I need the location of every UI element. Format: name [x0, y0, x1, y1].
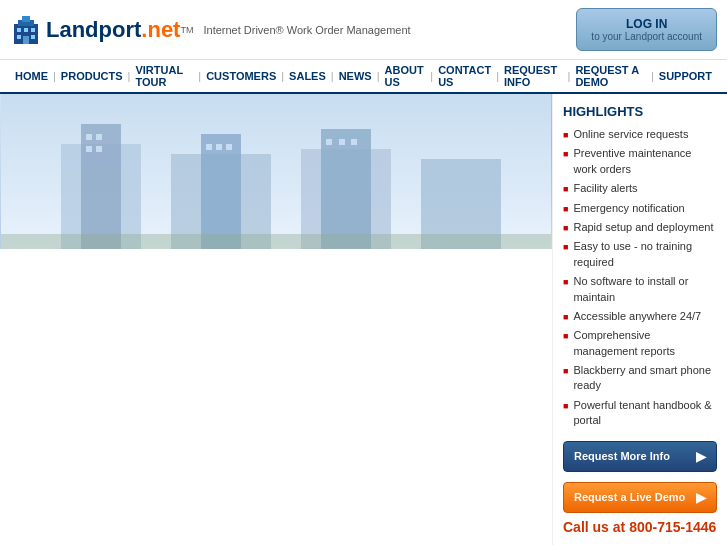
svg-rect-20: [96, 146, 102, 152]
svg-rect-13: [201, 134, 241, 249]
highlight-bullet: ■: [563, 183, 568, 196]
highlight-bullet: ■: [563, 203, 568, 216]
request-demo-arrow: ▶: [696, 490, 706, 505]
request-demo-button[interactable]: Request a Live Demo ▶: [563, 482, 717, 513]
nav-item-contact-us[interactable]: CONTACT US: [433, 64, 496, 88]
highlight-item: ■Powerful tenant handbook & portal: [563, 398, 717, 429]
highlight-bullet: ■: [563, 148, 568, 161]
svg-rect-25: [339, 139, 345, 145]
navbar: HOME | PRODUCTS | VIRTUAL TOUR | CUSTOME…: [0, 60, 727, 94]
highlight-item: ■Blackberry and smart phone ready: [563, 363, 717, 394]
request-info-button[interactable]: Request More Info ▶: [563, 441, 717, 472]
highlight-text: Comprehensive management reports: [573, 328, 717, 359]
highlight-item: ■Preventive maintenance work orders: [563, 146, 717, 177]
highlight-text: Preventive maintenance work orders: [573, 146, 717, 177]
nav-item-products[interactable]: PRODUCTS: [56, 70, 128, 82]
svg-rect-26: [351, 139, 357, 145]
logo-area: Landport.netTM Internet Driven® Work Ord…: [10, 14, 576, 46]
svg-rect-4: [24, 28, 28, 32]
highlight-bullet: ■: [563, 400, 568, 413]
svg-rect-3: [17, 28, 21, 32]
logo-tm: TM: [180, 25, 193, 35]
highlight-item: ■Rapid setup and deployment: [563, 220, 717, 235]
highlight-bullet: ■: [563, 241, 568, 254]
svg-rect-6: [17, 35, 21, 39]
highlight-item: ■Facility alerts: [563, 181, 717, 196]
highlight-text: Rapid setup and deployment: [573, 220, 713, 235]
right-panel: HIGHLIGHTS ■Online service requests■Prev…: [552, 94, 727, 545]
nav-item-customers[interactable]: CUSTOMERS: [201, 70, 281, 82]
highlight-text: Online service requests: [573, 127, 688, 142]
highlight-bullet: ■: [563, 276, 568, 289]
highlight-bullet: ■: [563, 365, 568, 378]
nav-item-request-a-demo[interactable]: REQUEST A DEMO: [570, 64, 651, 88]
highlight-text: Facility alerts: [573, 181, 637, 196]
highlight-text: Powerful tenant handbook & portal: [573, 398, 717, 429]
svg-rect-8: [23, 36, 29, 44]
login-button[interactable]: LOG IN to your Landport account: [576, 8, 717, 51]
logo-icon: [10, 14, 42, 46]
highlight-text: Easy to use - no training required: [573, 239, 717, 270]
logo-net-text: .net: [141, 17, 180, 43]
svg-rect-15: [321, 129, 371, 249]
highlight-text: Accessible anywhere 24/7: [573, 309, 701, 324]
nav-item-request-info[interactable]: REQUEST INFO: [499, 64, 568, 88]
svg-rect-2: [22, 16, 30, 22]
nav-item-news[interactable]: NEWS: [334, 70, 377, 82]
request-demo-label: Request a Live Demo: [574, 491, 685, 503]
call-number: Call us at 800-715-1446: [563, 519, 717, 535]
svg-rect-19: [86, 146, 92, 152]
hero-image: [0, 94, 552, 249]
svg-rect-7: [31, 35, 35, 39]
login-line2: to your Landport account: [591, 31, 702, 42]
highlight-item: ■Easy to use - no training required: [563, 239, 717, 270]
highlight-bullet: ■: [563, 330, 568, 343]
logo-main-text: Landport: [46, 17, 141, 43]
highlight-text: Emergency notification: [573, 201, 684, 216]
svg-rect-21: [206, 144, 212, 150]
highlight-item: ■Emergency notification: [563, 201, 717, 216]
request-info-label: Request More Info: [574, 450, 670, 462]
highlight-item: ■No software to install or maintain: [563, 274, 717, 305]
svg-rect-11: [81, 124, 121, 249]
nav-item-sales[interactable]: SALES: [284, 70, 331, 82]
highlight-item: ■Accessible anywhere 24/7: [563, 309, 717, 324]
svg-rect-24: [326, 139, 332, 145]
tagline: Internet Driven® Work Order Management: [203, 24, 410, 36]
highlight-item: ■Comprehensive management reports: [563, 328, 717, 359]
request-info-arrow: ▶: [696, 449, 706, 464]
top-area: HIGHLIGHTS ■Online service requests■Prev…: [0, 94, 727, 545]
svg-rect-23: [226, 144, 232, 150]
highlight-item: ■Online service requests: [563, 127, 717, 142]
highlight-list: ■Online service requests■Preventive main…: [563, 127, 717, 429]
svg-rect-27: [1, 234, 551, 249]
nav-item-support[interactable]: SUPPORT: [654, 70, 717, 82]
header: Landport.netTM Internet Driven® Work Ord…: [0, 0, 727, 60]
call-section: Call us at 800-715-1446: [563, 519, 717, 535]
highlight-bullet: ■: [563, 129, 568, 142]
nav-item-home[interactable]: HOME: [10, 70, 53, 82]
nav-item-about-us[interactable]: ABOUT US: [380, 64, 431, 88]
svg-rect-22: [216, 144, 222, 150]
highlight-text: No software to install or maintain: [573, 274, 717, 305]
svg-rect-5: [31, 28, 35, 32]
highlight-bullet: ■: [563, 222, 568, 235]
highlight-text: Blackberry and smart phone ready: [573, 363, 717, 394]
svg-rect-17: [86, 134, 92, 140]
highlights-title: HIGHLIGHTS: [563, 104, 717, 119]
nav-item-virtual-tour[interactable]: VIRTUAL TOUR: [130, 64, 198, 88]
hero-illustration: [0, 94, 552, 249]
login-line1: LOG IN: [591, 17, 702, 31]
svg-rect-18: [96, 134, 102, 140]
highlight-bullet: ■: [563, 311, 568, 324]
